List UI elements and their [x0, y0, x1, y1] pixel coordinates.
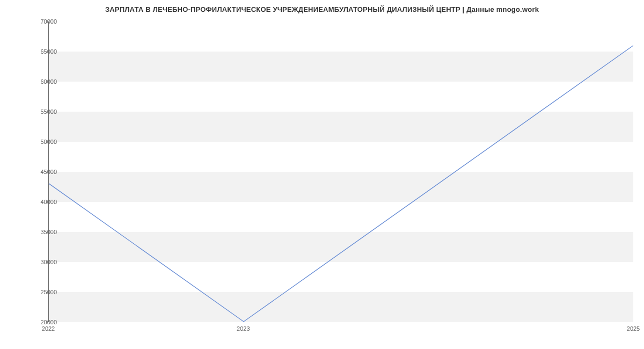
y-tick-label: 45000: [25, 169, 57, 175]
y-tick-label: 30000: [25, 259, 57, 265]
y-tick-label: 60000: [25, 78, 57, 85]
plot-area: [48, 21, 633, 322]
series-path: [49, 46, 633, 322]
y-tick-label: 35000: [25, 229, 57, 235]
line-series: [49, 21, 633, 322]
y-tick-label: 25000: [25, 289, 57, 295]
y-tick-label: 40000: [25, 199, 57, 205]
x-tick-label: 2023: [237, 325, 250, 332]
x-tick-label: 2025: [627, 325, 640, 332]
y-tick-label: 20000: [25, 319, 57, 325]
chart-title: ЗАРПЛАТА В ЛЕЧЕБНО-ПРОФИЛАКТИЧЕСКОЕ УЧРЕ…: [0, 5, 644, 13]
x-tick-label: 2022: [42, 325, 55, 332]
y-tick-label: 70000: [25, 18, 57, 25]
chart-container: ЗАРПЛАТА В ЛЕЧЕБНО-ПРОФИЛАКТИЧЕСКОЕ УЧРЕ…: [0, 0, 644, 349]
y-tick-label: 55000: [25, 108, 57, 115]
y-tick-label: 50000: [25, 139, 57, 145]
y-tick-label: 65000: [25, 48, 57, 55]
